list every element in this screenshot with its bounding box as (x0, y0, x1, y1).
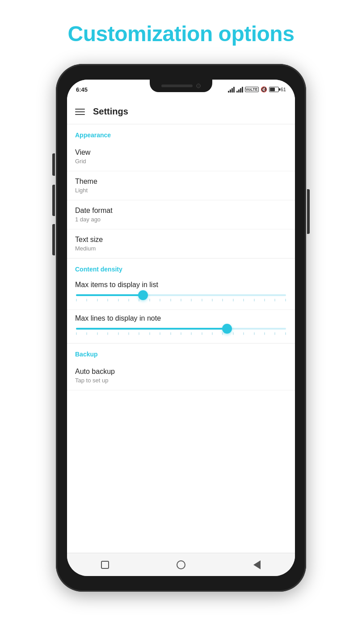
slider-max-items-track[interactable] (76, 294, 286, 296)
back-button[interactable] (250, 558, 264, 572)
setting-view-value: Grid (75, 158, 287, 165)
slider-max-lines-fill (76, 328, 227, 330)
status-time: 6:45 (76, 86, 88, 93)
slider-max-items-ticks (75, 299, 287, 301)
slider-max-items-fill (76, 294, 143, 296)
status-icons: VoLTE 🔇 61 (228, 86, 286, 93)
recent-apps-button[interactable] (98, 558, 112, 572)
hamburger-line-3 (75, 114, 85, 115)
page-title: Customization options (68, 21, 295, 46)
slider-max-lines-thumb[interactable] (222, 324, 232, 334)
power-button-right (307, 189, 310, 234)
menu-button[interactable] (75, 109, 85, 115)
app-bar-title: Settings (93, 106, 128, 117)
notch-bar (161, 85, 193, 87)
section-header-appearance: Appearance (67, 124, 295, 142)
setting-theme-label: Theme (75, 178, 287, 186)
setting-auto-backup-value: Tap to set up (75, 377, 287, 384)
slider-max-lines-label: Max lines to display in note (75, 314, 287, 322)
phone-screen: 6:45 (67, 80, 295, 576)
status-bar: 6:45 (67, 80, 295, 99)
setting-auto-backup[interactable]: Auto backup Tap to set up (67, 361, 295, 390)
app-bar: Settings (67, 99, 295, 124)
slider-max-lines-track[interactable] (76, 328, 286, 330)
setting-date-format-value: 1 day ago (75, 216, 287, 223)
notch (150, 80, 212, 92)
signal-icon-2 (236, 86, 243, 93)
settings-scroll-content[interactable]: Appearance View Grid Theme Light Date fo… (67, 124, 295, 553)
mute-icon: 🔇 (261, 86, 267, 93)
power-button-left (52, 224, 55, 255)
hamburger-line-1 (75, 109, 85, 110)
setting-date-format[interactable]: Date format 1 day ago (67, 200, 295, 229)
volume-down-button (52, 185, 55, 216)
setting-auto-backup-label: Auto backup (75, 368, 287, 376)
volte-badge: VoLTE (245, 87, 259, 93)
setting-date-format-label: Date format (75, 207, 287, 215)
setting-view-label: View (75, 148, 287, 157)
section-header-backup: Backup (67, 343, 295, 361)
battery-percent: 61 (281, 87, 286, 92)
front-camera (196, 84, 201, 88)
battery-icon (269, 87, 279, 92)
battery-fill (270, 88, 275, 91)
slider-max-lines[interactable]: Max lines to display in note (67, 310, 295, 343)
home-icon (177, 560, 185, 569)
setting-theme[interactable]: Theme Light (67, 171, 295, 200)
setting-text-size-value: Medium (75, 245, 287, 252)
signal-icon-1 (228, 86, 235, 93)
hamburger-line-2 (75, 111, 85, 112)
bottom-nav (67, 553, 295, 576)
setting-text-size-label: Text size (75, 236, 287, 244)
slider-max-items[interactable]: Max items to display in list (67, 276, 295, 310)
section-header-content-density: Content density (67, 258, 295, 276)
volume-up-button (52, 153, 55, 176)
setting-view[interactable]: View Grid (67, 142, 295, 171)
back-icon (253, 560, 261, 569)
slider-max-items-thumb[interactable] (138, 290, 148, 300)
phone-frame: 6:45 (56, 64, 306, 592)
recent-apps-icon (101, 561, 109, 569)
slider-max-lines-ticks (75, 332, 287, 335)
home-button[interactable] (174, 558, 188, 572)
slider-max-items-label: Max items to display in list (75, 281, 287, 289)
setting-text-size[interactable]: Text size Medium (67, 229, 295, 258)
setting-theme-value: Light (75, 187, 287, 194)
